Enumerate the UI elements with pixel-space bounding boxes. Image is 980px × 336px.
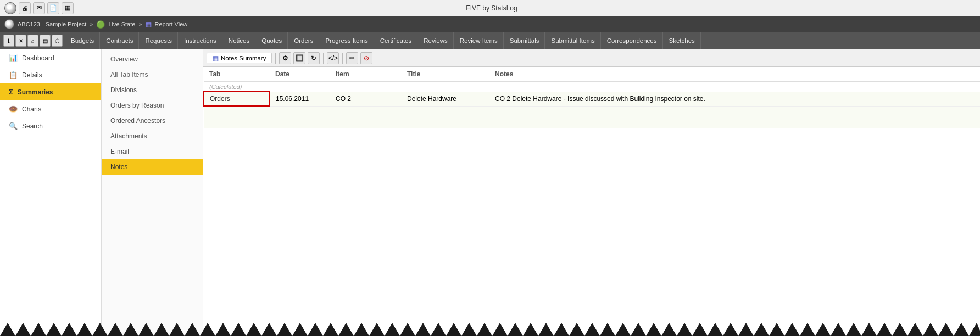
sidebar-item-search[interactable]: 🔍 Search	[0, 117, 101, 135]
cell-item: CO 2	[330, 92, 402, 106]
breadcrumb-project[interactable]: ABC123 - Sample Project	[18, 21, 86, 27]
calc-notes-empty	[489, 82, 980, 92]
tab-submittal-items[interactable]: Submittal Items	[545, 32, 600, 49]
sub-item-email[interactable]: E-mail	[102, 144, 203, 159]
content-pane: ▦ Notes Summary ⚙ 🔲 ↻ </> ✏ ⊘ Tab Date I…	[203, 49, 980, 336]
tab-correspondences[interactable]: Correspondences	[602, 32, 663, 49]
table-header-row: Tab Date Item Title Notes	[204, 67, 980, 82]
sidebar-label-search: Search	[22, 122, 43, 130]
tab-requests[interactable]: Requests	[140, 32, 178, 49]
sub-item-overview[interactable]: Overview	[102, 52, 203, 67]
empty-item	[330, 106, 402, 128]
empty-date	[270, 106, 330, 128]
sub-sidebar: Overview All Tab Items Divisions Orders …	[102, 49, 203, 336]
sidebar-item-details[interactable]: 📋 Details	[0, 66, 101, 83]
breadcrumb-view[interactable]: Report View	[155, 21, 188, 27]
refresh-button[interactable]: ↻	[308, 52, 320, 64]
page-button[interactable]: ▤	[40, 35, 51, 47]
table-row[interactable]: Orders 15.06.2011 CO 2 Delete Hardware C…	[204, 92, 980, 106]
calc-title-empty	[402, 82, 489, 92]
close-button[interactable]: ✕	[15, 35, 26, 47]
settings-button[interactable]: ⚙	[279, 52, 291, 64]
tab-progress-items[interactable]: Progress Items	[320, 32, 374, 49]
sub-item-attachments[interactable]: Attachments	[102, 128, 203, 144]
sub-item-notes[interactable]: Notes	[102, 159, 203, 175]
table-icon: ▦	[213, 54, 219, 62]
info-button[interactable]: ℹ	[3, 35, 14, 47]
empty-title	[402, 106, 489, 128]
print-button[interactable]: 🖨	[19, 2, 31, 14]
home-button[interactable]: ⌂	[27, 35, 38, 47]
title-bar-left: 🖨 ✉ 📄 ▦	[4, 2, 74, 14]
toolbar-separator-3	[342, 53, 343, 64]
breadcrumb-state[interactable]: Live State	[108, 21, 135, 27]
tab-notices[interactable]: Notices	[223, 32, 255, 49]
sidebar-item-dashboard[interactable]: 📊 Dashboard	[0, 49, 101, 66]
sidebar-label-summaries: Summaries	[18, 88, 53, 96]
breadcrumb-logo	[4, 19, 14, 29]
col-title: Title	[402, 67, 489, 82]
report-icon: ▦	[146, 20, 152, 28]
toolbar-separator-2	[323, 53, 324, 64]
tab-budgets[interactable]: Budgets	[65, 32, 100, 49]
calc-item-empty	[330, 82, 402, 92]
col-item: Item	[330, 67, 402, 82]
tab-contracts[interactable]: Contracts	[101, 32, 139, 49]
delete-button[interactable]: ⊘	[360, 52, 372, 64]
breadcrumb-arrow2: »	[138, 21, 142, 27]
tab-quotes[interactable]: Quotes	[256, 32, 288, 49]
notes-summary-tab[interactable]: ▦ Notes Summary	[207, 53, 272, 63]
nav-tabs-bar: ℹ ✕ ⌂ ▤ ⬡ Budgets Contracts Requests Ins…	[0, 32, 980, 49]
cell-tab: Orders	[204, 92, 270, 106]
content-toolbar: ▦ Notes Summary ⚙ 🔲 ↻ </> ✏ ⊘	[203, 49, 980, 67]
notes-summary-label: Notes Summary	[221, 55, 266, 61]
extra-button[interactable]: ▦	[62, 2, 74, 14]
sub-item-ordered-ancestors[interactable]: Ordered Ancestors	[102, 113, 203, 128]
col-date: Date	[270, 67, 330, 82]
code-button[interactable]: </>	[327, 52, 339, 64]
calculated-label-row: (Calculated)	[204, 82, 980, 92]
sidebar-label-charts: Charts	[22, 105, 41, 113]
zigzag-decoration	[0, 323, 980, 336]
search-icon: 🔍	[9, 122, 18, 130]
dashboard-icon: 📊	[9, 54, 18, 62]
edit-button[interactable]: ✏	[346, 52, 358, 64]
app-logo	[4, 2, 16, 14]
tab-review-items[interactable]: Review Items	[454, 32, 504, 49]
sub-item-orders-by-reason[interactable]: Orders by Reason	[102, 98, 203, 113]
main-content: 📊 Dashboard 📋 Details Σ Summaries 🍩 Char…	[0, 49, 980, 336]
empty-row	[204, 106, 980, 128]
tab-instructions[interactable]: Instructions	[179, 32, 222, 49]
cell-date: 15.06.2011	[270, 92, 330, 106]
cell-notes: CO 2 Delete Hardware - Issue discussed w…	[489, 92, 980, 106]
col-tab: Tab	[204, 67, 270, 82]
live-state-icon: 🟢	[96, 20, 105, 29]
breadcrumb-arrow1: »	[90, 21, 93, 27]
nav-tab-controls: ℹ ✕ ⌂ ▤ ⬡	[1, 32, 65, 49]
tab-sketches[interactable]: Sketches	[664, 32, 701, 49]
tab-orders[interactable]: Orders	[288, 32, 319, 49]
breadcrumb-bar: ABC123 - Sample Project » 🟢 Live State »…	[0, 16, 980, 32]
copy-button[interactable]: ⬡	[52, 35, 63, 47]
tab-submittals[interactable]: Submittals	[504, 32, 545, 49]
col-notes: Notes	[489, 67, 980, 82]
email-button[interactable]: ✉	[33, 2, 45, 14]
tab-certificates[interactable]: Certificates	[375, 32, 418, 49]
summaries-icon: Σ	[9, 88, 13, 96]
calc-date-empty	[270, 82, 330, 92]
sidebar-label-details: Details	[22, 71, 42, 79]
sidebar: 📊 Dashboard 📋 Details Σ Summaries 🍩 Char…	[0, 49, 102, 336]
empty-notes	[489, 106, 980, 128]
tab-reviews[interactable]: Reviews	[418, 32, 453, 49]
title-bar: 🖨 ✉ 📄 ▦ FIVE by StatsLog	[0, 0, 980, 16]
sub-item-all-tab-items[interactable]: All Tab Items	[102, 67, 203, 82]
pdf-button[interactable]: 📄	[47, 2, 59, 14]
svg-marker-0	[0, 323, 980, 336]
sidebar-label-dashboard: Dashboard	[22, 54, 54, 62]
sub-item-divisions[interactable]: Divisions	[102, 82, 203, 98]
filter-button[interactable]: 🔲	[293, 52, 305, 64]
sidebar-item-summaries[interactable]: Σ Summaries	[0, 83, 101, 100]
sidebar-item-charts[interactable]: 🍩 Charts	[0, 100, 101, 117]
details-icon: 📋	[9, 71, 18, 79]
cell-title: Delete Hardware	[402, 92, 489, 106]
